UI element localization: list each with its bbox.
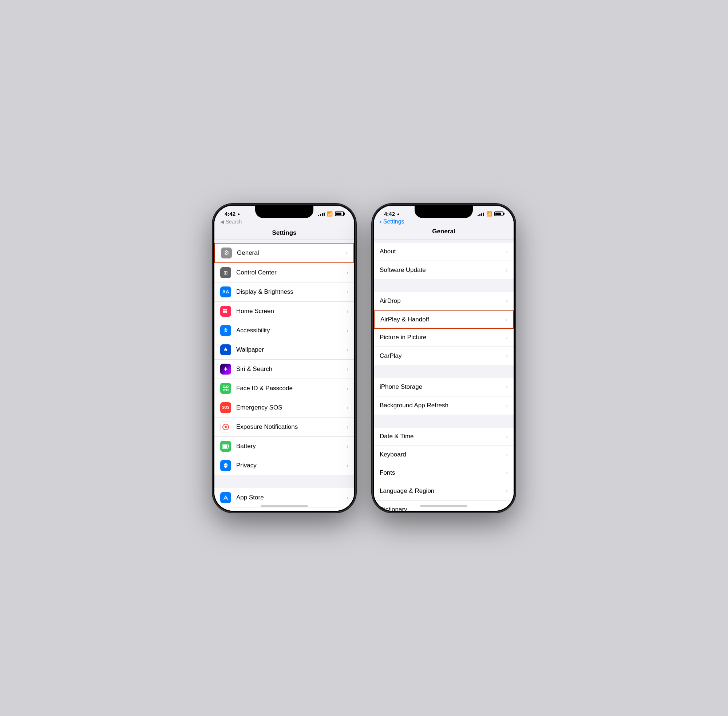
general-item-iphone-storage[interactable]: iPhone Storage › bbox=[374, 378, 514, 396]
wallpaper-icon bbox=[220, 344, 231, 355]
about-section: About › Software Update › bbox=[374, 243, 514, 279]
settings-item-home-screen[interactable]: Home Screen › bbox=[214, 302, 354, 321]
chevron-icon: › bbox=[347, 443, 348, 449]
datetime-section: Date & Time › Keyboard › Fonts › Languag… bbox=[374, 428, 514, 511]
settings-list[interactable]: ⚙ General › ⊞ Control Center › AA Displa… bbox=[214, 240, 354, 511]
left-screen: 4:42 ▲ 📶 ◀ Se bbox=[214, 206, 354, 511]
notch bbox=[255, 206, 313, 218]
page-title: Settings bbox=[220, 229, 348, 237]
svg-rect-0 bbox=[223, 309, 225, 311]
exposure-label: Exposure Notifications bbox=[236, 423, 347, 431]
svg-rect-6 bbox=[226, 386, 228, 388]
svg-rect-2 bbox=[225, 309, 227, 311]
general-item-airplay-handoff[interactable]: AirPlay & Handoff › bbox=[374, 311, 514, 329]
airplay-handoff-label: AirPlay & Handoff bbox=[381, 316, 505, 323]
chevron-icon: › bbox=[506, 335, 508, 340]
language-region-label: Language & Region bbox=[380, 487, 506, 495]
svg-point-4 bbox=[225, 328, 226, 329]
general-item-about[interactable]: About › bbox=[374, 243, 514, 261]
page-title-r: General bbox=[432, 228, 455, 235]
control-center-label: Control Center bbox=[236, 269, 347, 276]
settings-item-battery[interactable]: Battery › bbox=[214, 437, 354, 456]
chevron-icon: › bbox=[506, 470, 508, 476]
svg-rect-11 bbox=[228, 445, 229, 447]
settings-item-emergency-sos[interactable]: SOS Emergency SOS › bbox=[214, 398, 354, 417]
date-time-label: Date & Time bbox=[380, 433, 506, 440]
settings-item-wallpaper[interactable]: Wallpaper › bbox=[214, 340, 354, 360]
general-icon: ⚙ bbox=[221, 247, 232, 258]
general-item-keyboard[interactable]: Keyboard › bbox=[374, 446, 514, 464]
back-bar: ◀ Search bbox=[214, 218, 354, 226]
chevron-icon: › bbox=[506, 353, 508, 359]
chevron-icon: › bbox=[347, 366, 348, 372]
settings-item-accessibility[interactable]: Accessibility › bbox=[214, 321, 354, 340]
status-time-r: 4:42 ▲ bbox=[384, 211, 400, 217]
status-icons-r: 📶 bbox=[478, 211, 504, 217]
face-id-icon bbox=[220, 383, 231, 394]
notch-r bbox=[415, 206, 473, 218]
svg-rect-5 bbox=[223, 386, 225, 388]
back-search-label[interactable]: ◀ Search bbox=[220, 219, 242, 225]
chevron-icon: › bbox=[506, 249, 508, 255]
display-label: Display & Brightness bbox=[236, 288, 347, 296]
store-section: App Store › Wallet & Apple Pay bbox=[214, 488, 354, 511]
settings-item-siri[interactable]: Siri & Search › bbox=[214, 360, 354, 379]
privacy-icon bbox=[220, 460, 231, 471]
svg-rect-3 bbox=[225, 311, 227, 312]
signal-bars bbox=[318, 211, 325, 216]
settings-item-general[interactable]: ⚙ General › bbox=[214, 243, 354, 263]
display-icon: AA bbox=[220, 287, 231, 297]
settings-item-face-id[interactable]: Face ID & Passcode › bbox=[214, 379, 354, 398]
right-screen: 4:42 ▲ 📶 ‹ Se bbox=[374, 206, 514, 511]
chevron-icon: › bbox=[347, 270, 348, 276]
carplay-label: CarPlay bbox=[380, 352, 506, 360]
privacy-label: Privacy bbox=[236, 462, 347, 469]
exposure-icon bbox=[220, 422, 231, 432]
chevron-icon: › bbox=[346, 250, 347, 256]
about-label: About bbox=[380, 248, 506, 255]
airdrop-label: AirDrop bbox=[380, 297, 506, 305]
svg-rect-1 bbox=[223, 311, 225, 312]
general-item-picture-in-picture[interactable]: Picture in Picture › bbox=[374, 329, 514, 347]
general-item-background-refresh[interactable]: Background App Refresh › bbox=[374, 396, 514, 415]
background-refresh-label: Background App Refresh bbox=[380, 402, 506, 409]
chevron-icon: › bbox=[506, 507, 508, 511]
app-store-icon bbox=[220, 492, 231, 503]
settings-item-control-center[interactable]: ⊞ Control Center › bbox=[214, 263, 354, 282]
chevron-icon: › bbox=[347, 289, 348, 295]
app-store-label: App Store bbox=[236, 494, 347, 501]
general-item-fonts[interactable]: Fonts › bbox=[374, 464, 514, 482]
nav-title-bar-r: General bbox=[374, 226, 514, 240]
chevron-icon: › bbox=[506, 434, 508, 439]
emergency-sos-label: Emergency SOS bbox=[236, 404, 347, 411]
settings-item-app-store[interactable]: App Store › bbox=[214, 488, 354, 507]
home-screen-icon bbox=[220, 306, 231, 317]
chevron-icon: › bbox=[505, 317, 507, 323]
battery-icon-r bbox=[494, 211, 504, 216]
chevron-icon: › bbox=[347, 328, 348, 334]
battery-settings-icon bbox=[220, 441, 231, 452]
storage-section: iPhone Storage › Background App Refresh … bbox=[374, 378, 514, 415]
status-time: 4:42 ▲ bbox=[224, 211, 241, 217]
general-item-carplay[interactable]: CarPlay › bbox=[374, 347, 514, 365]
back-bar-r[interactable]: ‹ Settings bbox=[374, 218, 514, 226]
general-item-software-update[interactable]: Software Update › bbox=[374, 261, 514, 279]
back-settings-label[interactable]: ‹ Settings bbox=[380, 218, 404, 225]
chevron-icon: › bbox=[347, 347, 348, 353]
general-list[interactable]: About › Software Update › AirDrop › bbox=[374, 240, 514, 511]
face-id-label: Face ID & Passcode bbox=[236, 385, 347, 392]
siri-label: Siri & Search bbox=[236, 366, 347, 373]
settings-item-exposure[interactable]: Exposure Notifications › bbox=[214, 417, 354, 437]
chevron-icon: › bbox=[347, 405, 348, 411]
picture-in-picture-label: Picture in Picture bbox=[380, 334, 506, 341]
wifi-icon-r: 📶 bbox=[486, 211, 492, 217]
general-item-language-region[interactable]: Language & Region › bbox=[374, 482, 514, 501]
settings-item-privacy[interactable]: Privacy › bbox=[214, 456, 354, 475]
settings-item-display[interactable]: AA Display & Brightness › bbox=[214, 282, 354, 302]
general-item-airdrop[interactable]: AirDrop › bbox=[374, 292, 514, 311]
airdrop-section: AirDrop › AirPlay & Handoff › Picture in… bbox=[374, 292, 514, 365]
accessibility-icon bbox=[220, 325, 231, 336]
general-item-date-time[interactable]: Date & Time › bbox=[374, 428, 514, 446]
status-icons: 📶 bbox=[318, 211, 344, 217]
settings-item-wallet[interactable]: Wallet & Apple Pay › bbox=[214, 507, 354, 511]
